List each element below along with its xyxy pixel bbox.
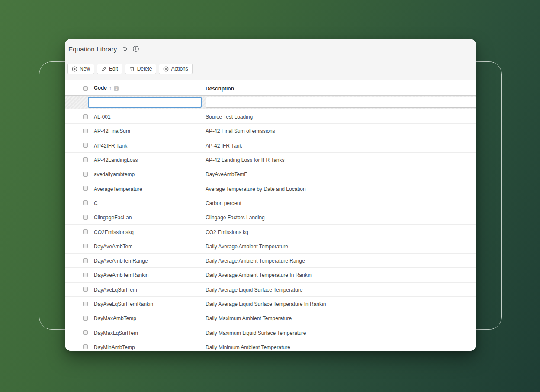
sort-order-badge: 1 bbox=[114, 86, 119, 91]
table-row[interactable]: DayMinAmbTemp Daily Minimum Ambient Temp… bbox=[65, 340, 476, 351]
row-description: Daily Average Liquid Surface Temperature… bbox=[206, 301, 326, 307]
plus-circle-icon bbox=[72, 66, 77, 72]
table-row[interactable]: DayAveAmbTemRankin Daily Average Ambient… bbox=[65, 268, 476, 282]
row-code: DayAveAmbTemRankin bbox=[94, 272, 149, 278]
edit-button-label: Edit bbox=[109, 66, 118, 72]
row-description: Daily Minimum Ambient Temperature bbox=[206, 344, 290, 350]
row-code: AP-42FinalSum bbox=[94, 128, 130, 134]
text-caret bbox=[90, 99, 90, 106]
table-row[interactable]: DayAveLqSurfTemRankin Daily Average Liqu… bbox=[65, 297, 476, 311]
desktop-background: { "window": { "title": "Equation Library… bbox=[0, 0, 540, 392]
row-code: DayAveAmbTem bbox=[94, 244, 132, 250]
row-description: Average Temperature by Date and Location bbox=[206, 186, 306, 192]
row-code: DayMaxAmbTemp bbox=[94, 315, 136, 321]
table-row[interactable]: DayMaxLqSurfTem Daily Maximum Liquid Sur… bbox=[65, 325, 476, 340]
actions-button[interactable]: Actions bbox=[159, 64, 192, 74]
code-column-label: Code bbox=[94, 85, 107, 92]
row-checkbox[interactable] bbox=[83, 200, 88, 205]
row-checkbox[interactable] bbox=[83, 302, 88, 306]
row-checkbox[interactable] bbox=[83, 186, 88, 191]
row-checkbox[interactable] bbox=[83, 258, 88, 263]
row-description: Daily Maximum Liquid Surface Temperature bbox=[206, 330, 306, 336]
sort-asc-arrow-icon: ↑ bbox=[109, 86, 112, 91]
edit-button[interactable]: Edit bbox=[97, 64, 122, 74]
table-row[interactable]: AverageTemperature Average Temperature b… bbox=[65, 181, 476, 196]
table-row[interactable]: AL-001 Source Test Loading bbox=[65, 109, 476, 124]
column-header-description[interactable]: Description bbox=[206, 86, 234, 92]
row-code: AL-001 bbox=[94, 114, 111, 120]
row-code: avedailyambtemp bbox=[94, 171, 135, 177]
table-row[interactable]: C Carbon percent bbox=[65, 196, 476, 210]
row-description: Carbon percent bbox=[206, 200, 241, 206]
row-code: DayMaxLqSurfTem bbox=[94, 330, 138, 336]
description-filter-input[interactable] bbox=[206, 97, 476, 108]
table-row[interactable]: AP-42LandingLoss AP-42 Landing Loss for … bbox=[65, 153, 476, 167]
row-description: Clingage Factors Landing bbox=[206, 215, 265, 221]
row-code: DayAveLqSurfTemRankin bbox=[94, 301, 153, 307]
row-checkbox[interactable] bbox=[83, 215, 88, 220]
row-description: Source Test Loading bbox=[206, 114, 253, 120]
row-code: ClingageFacLan bbox=[94, 215, 132, 221]
table-row[interactable]: DayAveAmbTem Daily Average Ambient Tempe… bbox=[65, 239, 476, 254]
table-row[interactable]: AP-42FinalSum AP-42 Final Sum of emissio… bbox=[65, 124, 476, 138]
row-checkbox[interactable] bbox=[83, 273, 88, 277]
refresh-icon[interactable] bbox=[121, 45, 128, 53]
row-checkbox[interactable] bbox=[83, 287, 88, 292]
filter-row bbox=[65, 96, 476, 109]
row-description: Daily Average Ambient Temperature bbox=[206, 244, 288, 250]
table-row[interactable]: AP42IFR Tank AP-42 IFR Tank bbox=[65, 138, 476, 153]
table-row[interactable]: CO2Emissionskg CO2 Emissions kg bbox=[65, 225, 476, 239]
equation-library-window: Equation Library bbox=[65, 39, 476, 351]
row-description: CO2 Emissions kg bbox=[206, 229, 248, 235]
row-checkbox[interactable] bbox=[83, 172, 88, 177]
row-code: AP-42LandingLoss bbox=[94, 157, 138, 163]
row-code: AP42IFR Tank bbox=[94, 143, 127, 149]
table-row[interactable]: ClingageFacLan Clingage Factors Landing bbox=[65, 210, 476, 225]
row-code: DayMinAmbTemp bbox=[94, 344, 135, 350]
window-header: Equation Library bbox=[65, 39, 476, 80]
row-description: Daily Maximum Ambient Temperature bbox=[206, 315, 292, 321]
actions-button-label: Actions bbox=[171, 66, 188, 72]
trash-icon bbox=[129, 66, 135, 72]
code-filter-input[interactable] bbox=[88, 97, 202, 108]
row-code: AverageTemperature bbox=[94, 186, 142, 192]
row-description: AP-42 Final Sum of emissions bbox=[206, 128, 275, 134]
row-checkbox[interactable] bbox=[83, 114, 88, 119]
delete-button-label: Delete bbox=[137, 66, 152, 72]
row-code: CO2Emissionskg bbox=[94, 229, 134, 235]
new-button-label: New bbox=[80, 66, 90, 72]
row-checkbox[interactable] bbox=[83, 229, 88, 234]
row-description: Daily Average Ambient Temperature In Ran… bbox=[206, 272, 312, 278]
column-header-code[interactable]: Code ↑ 1 bbox=[94, 85, 206, 92]
table-row[interactable]: DayMaxAmbTemp Daily Maximum Ambient Temp… bbox=[65, 311, 476, 325]
row-code: DayAveLqSurfTem bbox=[94, 287, 137, 293]
table-header-row: Code ↑ 1 Description bbox=[65, 81, 476, 96]
row-checkbox[interactable] bbox=[83, 244, 88, 248]
toolbar: New Edit De bbox=[68, 64, 193, 74]
row-description: Daily Average Liquid Surface Temperature bbox=[206, 287, 302, 293]
row-checkbox[interactable] bbox=[83, 344, 88, 349]
delete-button[interactable]: Delete bbox=[125, 64, 157, 74]
row-checkbox[interactable] bbox=[83, 316, 88, 321]
row-checkbox[interactable] bbox=[83, 143, 88, 148]
row-checkbox[interactable] bbox=[83, 330, 88, 335]
row-code: C bbox=[94, 200, 98, 206]
table-body: AL-001 Source Test Loading AP-42FinalSum… bbox=[65, 109, 476, 351]
table-row[interactable]: DayAveLqSurfTem Daily Average Liquid Sur… bbox=[65, 283, 476, 297]
info-icon[interactable] bbox=[132, 45, 139, 53]
pencil-icon bbox=[101, 66, 107, 72]
select-all-checkbox[interactable] bbox=[83, 86, 88, 91]
row-description: Daily Average Ambient Temperature Range bbox=[206, 258, 305, 264]
circle-dot-icon bbox=[163, 66, 169, 72]
table-row[interactable]: avedailyambtemp DayAveAmbTemF bbox=[65, 167, 476, 181]
row-checkbox[interactable] bbox=[83, 157, 88, 162]
page-title: Equation Library bbox=[68, 45, 117, 53]
row-description: DayAveAmbTemF bbox=[206, 171, 247, 177]
row-description: AP-42 Landing Loss for IFR Tanks bbox=[206, 157, 285, 163]
row-description: AP-42 IFR Tank bbox=[206, 143, 242, 149]
row-code: DayAveAmbTemRange bbox=[94, 258, 148, 264]
new-button[interactable]: New bbox=[68, 64, 94, 74]
row-checkbox[interactable] bbox=[83, 129, 88, 133]
table-row[interactable]: DayAveAmbTemRange Daily Average Ambient … bbox=[65, 254, 476, 268]
